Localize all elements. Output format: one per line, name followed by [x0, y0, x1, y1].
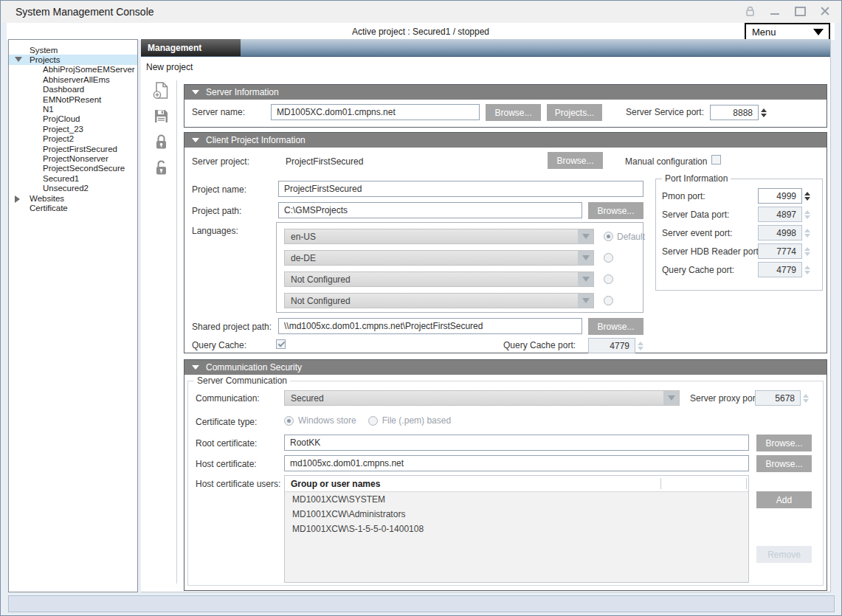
service-port-stepper[interactable] — [761, 108, 767, 117]
lock-button[interactable] — [151, 132, 170, 151]
tree-item-project[interactable]: ProjectNonserver — [9, 153, 137, 163]
pmon-port-stepper[interactable] — [804, 192, 810, 201]
manual-configuration-label: Manual configuration — [625, 156, 707, 167]
status-strip — [8, 595, 835, 612]
user-list-item[interactable]: MD1001XCW\Administrators — [285, 507, 748, 522]
close-button[interactable] — [819, 5, 831, 17]
server-event-port-label: Server event port: — [662, 228, 732, 238]
add-user-button[interactable]: Add — [756, 491, 812, 508]
file-pem-radio[interactable] — [368, 416, 378, 426]
server-hdb-reader-port-label: Server HDB Reader port: — [662, 246, 761, 257]
project-path-browse-button[interactable]: Browse... — [588, 202, 643, 219]
pmon-port-input[interactable]: 4999 — [758, 188, 802, 204]
active-project-status: Active project : Secured1 / stopped — [7, 27, 835, 37]
tree-item-project[interactable]: AbhiProjSomeEMServer — [9, 65, 137, 75]
query-cache-port-label: Query Cache port: — [503, 340, 576, 350]
server-name-input[interactable]: MD1005XC.dom01.cmpns.net — [271, 104, 480, 120]
minimize-button[interactable] — [769, 5, 781, 17]
user-list-item[interactable]: MD1001XCW\S-1-5-5-0-1400108 — [285, 522, 748, 536]
language-default-radio-3[interactable] — [604, 274, 613, 284]
service-port-input[interactable]: 8888 — [710, 105, 759, 120]
language-default-radio-2[interactable] — [604, 253, 613, 263]
query-cache-port-group-input: 4779 — [758, 262, 802, 277]
client-project-header[interactable]: Client Project Information — [184, 133, 827, 148]
tab-management[interactable]: Management — [141, 39, 241, 56]
new-project-button[interactable] — [151, 80, 170, 100]
unlock-icon — [154, 159, 168, 176]
tree-item-projects[interactable]: Projects — [9, 55, 137, 64]
tree-item-project[interactable]: N1 — [9, 104, 137, 114]
host-certificate-users-label: Host certificate users: — [196, 479, 280, 489]
server-proxy-port-input: 5678 — [755, 390, 801, 406]
collapse-icon — [192, 365, 199, 370]
tree-item-project[interactable]: Unsecured2 — [9, 183, 137, 193]
communication-dropdown[interactable]: Secured — [284, 390, 680, 406]
tree-item-system[interactable]: System — [9, 45, 137, 55]
tree-item-project[interactable]: ProjectSecondSecure — [9, 164, 137, 173]
tree-item-project[interactable]: Secured1 — [9, 173, 137, 183]
windows-store-label: Windows store — [298, 415, 356, 426]
root-certificate-input[interactable]: RootKK — [284, 435, 749, 451]
tree-item-project[interactable]: AbhiserverAllEms — [9, 75, 137, 84]
menu-label: Menu — [752, 27, 813, 38]
language-dropdown-4[interactable]: Not Configured — [284, 293, 594, 308]
root-certificate-label: Root certificate: — [196, 438, 257, 449]
host-certificate-users-list[interactable]: Group or user names MD1001XCW\SYSTEM MD1… — [284, 475, 749, 583]
server-information-header[interactable]: Server Information — [184, 85, 827, 100]
server-communication-legend: Server Communication — [194, 376, 290, 386]
tab-strip: Management — [141, 39, 830, 57]
page-title: New project — [146, 62, 193, 72]
window-controls — [744, 5, 831, 17]
server-browse-button[interactable]: Browse... — [486, 104, 541, 121]
save-button[interactable] — [151, 106, 170, 125]
tree-item-websites[interactable]: Websites — [9, 193, 137, 203]
server-event-port-stepper — [804, 229, 810, 238]
language-default-radio-1[interactable] — [604, 232, 613, 241]
communication-security-header[interactable]: Communication Security — [184, 360, 827, 375]
query-cache-label: Query Cache: — [192, 340, 246, 350]
tree-item-project[interactable]: EMNotPResent — [9, 94, 137, 104]
default-radio-label: Default — [617, 232, 645, 242]
server-hdb-reader-port-input: 7774 — [758, 243, 802, 259]
tree-item-project[interactable]: ProjCloud — [9, 114, 137, 124]
tree-item-certificate[interactable]: Certificate — [9, 203, 137, 212]
project-path-input[interactable]: C:\GMSProjects — [278, 202, 582, 218]
content-panel: Management New project — [141, 39, 831, 592]
host-certificate-input[interactable]: md1005xc.dom01.cmpns.net — [284, 455, 749, 471]
language-dropdown-2[interactable]: de-DE — [284, 250, 594, 266]
toolbar-divider — [176, 80, 177, 584]
chevron-down-icon — [578, 251, 593, 265]
language-dropdown-1[interactable]: en-US — [284, 229, 594, 244]
tree-item-project[interactable]: Project2 — [9, 134, 137, 144]
tree-item-project[interactable]: Project_23 — [9, 124, 137, 134]
expander-right-icon[interactable] — [15, 195, 20, 203]
communication-label: Communication: — [196, 393, 260, 404]
tree-item-project[interactable]: ProjectFirstSecured — [9, 144, 137, 153]
query-cache-port-input: 4779 — [588, 338, 635, 353]
server-event-port-input: 4998 — [758, 225, 802, 240]
expander-down-icon[interactable] — [15, 57, 22, 62]
shared-path-browse-button[interactable]: Browse... — [588, 318, 643, 335]
tree-item-project[interactable]: Dashboard — [9, 85, 137, 94]
unlock-button[interactable] — [151, 158, 170, 177]
language-dropdown-3[interactable]: Not Configured — [284, 271, 594, 287]
chevron-down-icon — [578, 272, 593, 286]
column-divider — [746, 478, 747, 489]
server-project-browse-button[interactable]: Browse... — [548, 152, 603, 169]
collapse-icon — [192, 90, 199, 94]
maximize-button[interactable] — [794, 5, 806, 17]
host-certificate-browse-button[interactable]: Browse... — [756, 455, 812, 472]
windows-store-radio[interactable] — [284, 416, 294, 426]
user-list-item[interactable]: MD1001XCW\SYSTEM — [285, 492, 748, 507]
certificate-type-label: Certificate type: — [196, 417, 257, 427]
server-proxy-port-stepper — [803, 394, 809, 403]
projects-button[interactable]: Projects... — [547, 104, 602, 121]
shared-project-path-input[interactable]: \\md1005xc.dom01.cmpns.net\ProjectFirstS… — [278, 318, 582, 334]
query-cache-checkbox[interactable] — [276, 339, 286, 349]
language-default-radio-4[interactable] — [604, 296, 613, 305]
manual-configuration-checkbox[interactable] — [711, 155, 721, 165]
project-name-input[interactable]: ProjectFirstSecured — [278, 181, 643, 197]
service-port-label: Server Service port: — [626, 107, 704, 117]
root-certificate-browse-button[interactable]: Browse... — [756, 435, 812, 451]
server-proxy-port-label: Server proxy port: — [690, 393, 760, 404]
